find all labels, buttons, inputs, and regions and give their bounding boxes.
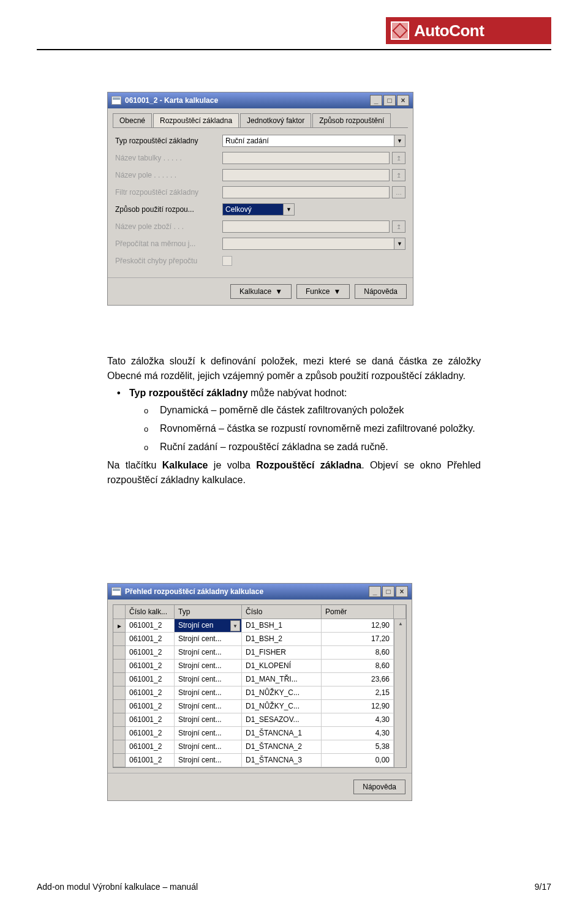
cell-c1[interactable]: 061001_2 <box>126 660 175 673</box>
cell-c4[interactable]: 12,90 <box>322 700 394 713</box>
cell-c1[interactable]: 061001_2 <box>126 619 175 633</box>
cell-c4[interactable]: 23,66 <box>322 673 394 686</box>
scrollbar-track[interactable] <box>394 713 406 727</box>
row-selector[interactable] <box>113 700 126 713</box>
cell-c1[interactable]: 061001_2 <box>126 727 175 740</box>
table-row[interactable]: 061001_2Strojní cent...D1_SESAZOV...4,30 <box>113 713 406 727</box>
table-row[interactable]: 061001_2Strojní cent...D1_ŠTANCNA_14,30 <box>113 727 406 740</box>
row-selector[interactable] <box>113 727 126 740</box>
cell-c3[interactable]: D1_ŠTANCNA_1 <box>242 727 322 740</box>
cell-c1[interactable]: 061001_2 <box>126 686 175 700</box>
dropdown-icon[interactable]: ▼ <box>394 135 405 147</box>
cell-c1[interactable]: 061001_2 <box>126 673 175 686</box>
cell-c4[interactable]: 17,20 <box>322 633 394 646</box>
cell-c3[interactable]: D1_FISHER <box>242 646 322 660</box>
cell-c4[interactable]: 5,38 <box>322 740 394 754</box>
row-selector[interactable]: ▸ <box>113 619 126 633</box>
col-header-typ[interactable]: Typ <box>175 605 242 619</box>
kalkulace-button[interactable]: Kalkulace▼ <box>230 284 292 299</box>
input-zpusob-pouziti[interactable]: Celkový <box>222 203 284 216</box>
row-selector[interactable] <box>113 713 126 727</box>
input-typ-rozpousteci[interactable]: Ruční zadání <box>222 135 394 147</box>
row-selector[interactable] <box>113 754 126 767</box>
cell-c3[interactable]: D1_ŠTANCNA_3 <box>242 754 322 767</box>
dropdown-icon[interactable]: ▼ <box>284 203 295 216</box>
cell-c2[interactable]: Strojní cent... <box>175 727 242 740</box>
row-selector[interactable] <box>113 740 126 754</box>
cell-c2[interactable]: Strojní cent... <box>175 686 242 700</box>
scrollbar-track[interactable] <box>394 686 406 700</box>
titlebar[interactable]: 061001_2 - Karta kalkulace _ □ × <box>108 92 413 108</box>
cell-c4[interactable]: 2,15 <box>322 686 394 700</box>
row-selector[interactable] <box>113 646 126 660</box>
cell-c3[interactable]: D1_BSH_1 <box>242 619 322 633</box>
close-button[interactable]: × <box>396 586 408 597</box>
cell-c1[interactable]: 061001_2 <box>126 646 175 660</box>
cell-c3[interactable]: D1_NŮŽKY_C... <box>242 700 322 713</box>
cell-c1[interactable]: 061001_2 <box>126 713 175 727</box>
table-row[interactable]: 061001_2Strojní cent...D1_BSH_217,20 <box>113 633 406 646</box>
table-row[interactable]: 061001_2Strojní cent...D1_NŮŽKY_C...2,15 <box>113 686 406 700</box>
cell-c1[interactable]: 061001_2 <box>126 633 175 646</box>
scrollbar-track[interactable] <box>394 673 406 686</box>
cell-c2[interactable]: Strojní cent... <box>175 713 242 727</box>
cell-c3[interactable]: D1_SESAZOV... <box>242 713 322 727</box>
cell-c4[interactable]: 0,00 <box>322 754 394 767</box>
cell-c3[interactable]: D1_KLOPENÍ <box>242 660 322 673</box>
col-header-cislo-kalk[interactable]: Číslo kalk... <box>126 605 175 619</box>
cell-c2[interactable]: Strojní cent... <box>175 673 242 686</box>
col-header-cislo[interactable]: Číslo <box>242 605 322 619</box>
napoveda-button[interactable]: Nápověda <box>355 284 407 299</box>
cell-c4[interactable]: 8,60 <box>322 646 394 660</box>
cell-c4[interactable]: 12,90 <box>322 619 394 633</box>
minimize-button[interactable]: _ <box>369 586 381 597</box>
dropdown-icon[interactable]: ▼ <box>394 238 405 250</box>
table-row[interactable]: 061001_2Strojní cent...D1_ŠTANCNA_25,38 <box>113 740 406 754</box>
tab-rozpousteci[interactable]: Rozpouštěcí základna <box>153 113 239 127</box>
cell-c2[interactable]: Strojní cent... <box>175 633 242 646</box>
table-row[interactable]: 061001_2Strojní cent...D1_MAN_TŘI...23,6… <box>113 673 406 686</box>
tab-obecne[interactable]: Obecné <box>113 113 152 127</box>
scrollbar-track[interactable] <box>394 727 406 740</box>
scrollbar-track[interactable] <box>394 619 406 633</box>
table-row[interactable]: 061001_2Strojní cent...D1_ŠTANCNA_30,00 <box>113 754 406 767</box>
scrollbar-track[interactable] <box>394 700 406 713</box>
maximize-button[interactable]: □ <box>382 586 394 597</box>
maximize-button[interactable]: □ <box>383 95 396 106</box>
row-selector[interactable] <box>113 660 126 673</box>
row-selector[interactable] <box>113 673 126 686</box>
tab-zpusob[interactable]: Způsob rozpouštění <box>312 113 391 127</box>
cell-c4[interactable]: 4,30 <box>322 727 394 740</box>
col-header-pomer[interactable]: Poměr <box>322 605 394 619</box>
row-selector[interactable] <box>113 686 126 700</box>
cell-c2[interactable]: Strojní cent... <box>175 754 242 767</box>
lookup-icon[interactable]: ↥ <box>392 152 405 164</box>
table-row[interactable]: 061001_2Strojní cent...D1_KLOPENÍ8,60 <box>113 660 406 673</box>
titlebar[interactable]: Přehled rozpouštěcí základny kalkulace _… <box>108 584 412 600</box>
cell-c2[interactable]: Strojní cent... <box>175 700 242 713</box>
scrollbar-track[interactable] <box>394 660 406 673</box>
cell-c4[interactable]: 8,60 <box>322 660 394 673</box>
cell-c3[interactable]: D1_ŠTANCNA_2 <box>242 740 322 754</box>
minimize-button[interactable]: _ <box>370 95 382 106</box>
cell-c4[interactable]: 4,30 <box>322 713 394 727</box>
cell-c3[interactable]: D1_BSH_2 <box>242 633 322 646</box>
napoveda-button[interactable]: Nápověda <box>353 780 405 794</box>
table-row[interactable]: 061001_2Strojní cent...D1_NŮŽKY_C...12,9… <box>113 700 406 713</box>
scrollbar-track[interactable] <box>394 740 406 754</box>
cell-c2[interactable]: Strojní cent... <box>175 740 242 754</box>
ellipsis-icon[interactable]: … <box>392 186 405 198</box>
cell-c1[interactable]: 061001_2 <box>126 754 175 767</box>
scrollbar-track[interactable] <box>394 633 406 646</box>
cell-c2[interactable]: Strojní cent... <box>175 660 242 673</box>
lookup-icon[interactable]: ↥ <box>392 220 405 233</box>
tab-jednotkovy[interactable]: Jednotkový faktor <box>240 113 311 127</box>
cell-c1[interactable]: 061001_2 <box>126 700 175 713</box>
cell-c1[interactable]: 061001_2 <box>126 740 175 754</box>
scrollbar-track[interactable] <box>394 646 406 660</box>
cell-c3[interactable]: D1_NŮŽKY_C... <box>242 686 322 700</box>
row-selector[interactable] <box>113 633 126 646</box>
cell-c2[interactable]: Strojní cen <box>175 619 242 633</box>
funkce-button[interactable]: Funkce▼ <box>296 284 350 299</box>
cell-c2[interactable]: Strojní cent... <box>175 646 242 660</box>
